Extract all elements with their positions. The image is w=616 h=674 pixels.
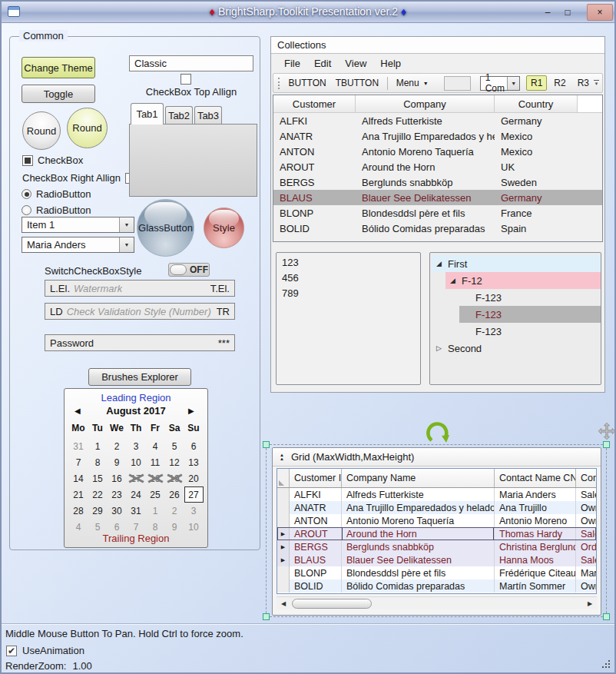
theme-combobox[interactable]: Classic xyxy=(129,55,253,71)
calendar-day[interactable]: 25 xyxy=(146,486,165,503)
chevron-down-icon[interactable]: ▼ xyxy=(507,77,519,90)
calendar-day[interactable]: 15 xyxy=(88,470,108,486)
toolbar-radio-button[interactable]: R3 xyxy=(573,75,594,91)
radio-button-unselected[interactable] xyxy=(22,205,31,215)
calendar-day[interactable]: 31 xyxy=(69,438,88,454)
row-header-arrow-icon[interactable]: ▶ xyxy=(277,540,290,553)
calendar-day[interactable]: 5 xyxy=(165,438,184,454)
tree-item[interactable]: ◢ F-12 xyxy=(445,272,601,289)
calendar-day[interactable]: 30 xyxy=(108,503,127,519)
switch-toggle[interactable]: OFF xyxy=(168,263,210,277)
calendar-day[interactable]: 1 xyxy=(146,503,165,519)
calendar-day[interactable]: 1 xyxy=(88,438,108,454)
use-animation-checkbox[interactable]: ✔ xyxy=(6,646,17,656)
listview-row[interactable]: BERGS Berglunds snabbköp Sweden xyxy=(273,174,602,190)
menu-item[interactable]: View xyxy=(338,55,373,71)
calendar-day[interactable]: 8 xyxy=(88,454,108,470)
resize-handle[interactable] xyxy=(263,613,270,620)
calendar-day[interactable]: 2 xyxy=(108,438,127,454)
calendar-day[interactable]: 10 xyxy=(127,454,146,470)
calendar-day[interactable]: 23 xyxy=(108,486,127,503)
row-header-arrow-icon[interactable]: ▶ xyxy=(277,527,290,540)
datagrid-column-header[interactable]: Customer ID xyxy=(290,469,342,487)
round-button-lime[interactable]: Round xyxy=(67,108,108,148)
datagrid-row[interactable]: ▶ AROUT Around the Horn Thomas Hardy Sal… xyxy=(277,527,596,540)
calendar-day[interactable]: 31 xyxy=(127,503,146,519)
style-glass-button[interactable]: Style xyxy=(204,208,244,248)
calendar-day[interactable]: 13 xyxy=(184,454,204,470)
row-header-arrow-icon[interactable] xyxy=(277,566,290,579)
resize-grip-icon[interactable] xyxy=(601,659,610,668)
datagrid-row[interactable]: ANTON Antonio Moreno Taquería Antonio Mo… xyxy=(277,514,596,527)
calendar-day[interactable]: 20 xyxy=(184,470,204,486)
scrollbar-thumb[interactable] xyxy=(292,599,372,609)
tree-item[interactable]: F-123 xyxy=(459,323,601,340)
datagrid-row[interactable]: BLONP Blondesddsl père et fils Frédériqu… xyxy=(277,566,596,579)
change-theme-button[interactable]: Change Theme xyxy=(22,57,95,78)
toolbar-combobox[interactable]: 1 Com ▼ xyxy=(480,76,520,91)
tab[interactable]: Tab3 xyxy=(194,106,222,125)
collapse-icon[interactable]: ▲ ▲ xyxy=(280,453,284,461)
tree-expander-icon[interactable]: ◢ xyxy=(435,260,443,267)
listview-column-header[interactable]: Company xyxy=(356,95,495,113)
customer-combobox[interactable]: Maria Anders ▼ xyxy=(22,237,134,253)
calendar-day[interactable]: 6 xyxy=(184,438,204,454)
chevron-down-icon[interactable]: ▼ xyxy=(119,217,134,232)
password-textbox[interactable]: Password *** xyxy=(45,334,235,351)
calendar-day[interactable]: 3 xyxy=(184,503,204,519)
menu-item[interactable]: Edit xyxy=(307,55,338,71)
resize-handle[interactable] xyxy=(603,441,610,448)
menu-item[interactable]: Help xyxy=(373,55,408,71)
glass-button[interactable]: GlassButton xyxy=(137,199,194,257)
toolbar-radio-button[interactable]: R2 xyxy=(549,75,570,91)
calendar-day[interactable]: 27 xyxy=(184,486,204,503)
calendar-month-label[interactable]: August 2017 xyxy=(84,405,188,417)
toolbar-menu-button[interactable]: Menu ▼ xyxy=(392,75,433,91)
listview-row[interactable]: ALFKI Alfreds Futterkiste Germany xyxy=(273,113,602,128)
switch-knob[interactable] xyxy=(170,264,187,275)
listview-row[interactable]: BLONP Blondesddsl père et fils France xyxy=(273,205,602,221)
calendar-next-icon[interactable]: ▶ xyxy=(188,407,197,415)
calendar-day[interactable]: 7 xyxy=(69,454,88,470)
checkbox-top-align[interactable] xyxy=(180,74,191,85)
checkbox-right-align-row[interactable]: CheckBox Right Allign xyxy=(22,172,136,184)
move-icon[interactable] xyxy=(598,422,616,440)
watermark-textbox[interactable]: L.El. Watermark T.El. xyxy=(45,280,235,297)
datagrid-column-header[interactable]: Cont xyxy=(576,469,596,487)
calendar-day[interactable]: 22 xyxy=(88,486,108,503)
listbox-item[interactable]: 456 xyxy=(277,270,420,285)
calendar-day[interactable]: 14 xyxy=(69,470,88,486)
tab[interactable]: Tab2 xyxy=(165,106,193,125)
tree-item[interactable]: ◢ First xyxy=(432,255,601,272)
tree-expander-icon[interactable]: ◢ xyxy=(449,277,457,284)
calendar-day[interactable]: 2 xyxy=(165,503,184,519)
listview-row[interactable]: BOLID Bólido Comidas preparadas Spain xyxy=(273,221,602,236)
use-animation-row[interactable]: ✔ UseAnimation xyxy=(6,645,84,656)
calendar-day[interactable]: 19 xyxy=(165,470,184,486)
menu-item[interactable]: File xyxy=(277,55,307,71)
listview-row[interactable]: BLAUS Blauer See Delikatessen Germany xyxy=(273,190,602,205)
validation-textbox[interactable]: LD Check Validation Style (Number) TR xyxy=(45,303,235,320)
toolbar-toggle-button[interactable]: TBUTTON xyxy=(331,75,383,91)
scroll-left-icon[interactable]: ◀ xyxy=(277,600,290,607)
listview-row[interactable]: ANTON Antonio Moreno Taquería Mexico xyxy=(273,144,602,159)
grid-expander-header[interactable]: ▲ ▲ Grid (MaxWidth,MaxHeight) xyxy=(273,448,601,466)
toolbar-textbox[interactable] xyxy=(444,76,471,91)
row-header-arrow-icon[interactable] xyxy=(277,579,290,593)
chevron-down-icon[interactable]: ▼ xyxy=(119,237,134,252)
calendar-prev-icon[interactable]: ◀ xyxy=(75,407,84,415)
row-header-arrow-icon[interactable] xyxy=(277,514,290,527)
tree-item[interactable]: F-123 xyxy=(459,289,601,306)
radio-button-selected[interactable] xyxy=(22,189,31,199)
close-button[interactable]: × xyxy=(587,4,613,21)
collections-header[interactable]: Collections xyxy=(271,37,604,54)
toolbar-radio-button[interactable]: R1 xyxy=(526,75,547,91)
tree-expander-icon[interactable]: ▷ xyxy=(435,344,443,352)
calendar-day[interactable]: 11 xyxy=(146,454,165,470)
brushes-explorer-button[interactable]: Brushes Explorer xyxy=(88,368,191,386)
toolbar-grip-icon[interactable] xyxy=(278,78,280,89)
toolbar-button[interactable]: BUTTON xyxy=(284,75,331,91)
datagrid-row[interactable]: ▶ BERGS Berglunds snabbköp Christina Ber… xyxy=(277,540,596,553)
listview-column-header[interactable] xyxy=(578,95,602,113)
minimize-button[interactable]: – xyxy=(539,5,556,20)
